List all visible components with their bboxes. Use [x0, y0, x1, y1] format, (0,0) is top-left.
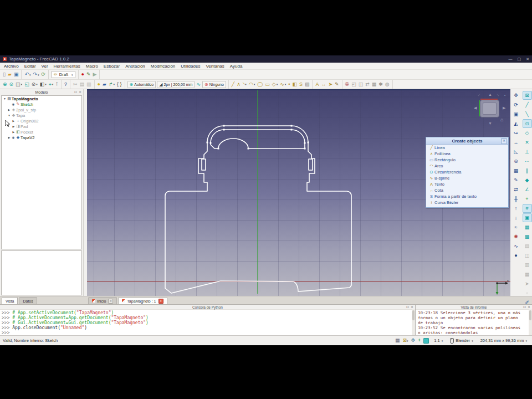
- report-scrollbar[interactable]: [529, 309, 532, 335]
- draft-arc-dropdown-icon[interactable]: ▾: [254, 83, 255, 86]
- export-button-dropdown-icon[interactable]: ▾: [114, 83, 115, 86]
- create-objects-close-icon[interactable]: ✕: [501, 138, 507, 144]
- export-button[interactable]: ↱▾: [108, 80, 116, 88]
- expression-editor[interactable]: { }: [116, 80, 123, 88]
- nav-rotate-cw-icon[interactable]: ◝: [497, 94, 499, 98]
- snap-intersection[interactable]: ✕: [523, 138, 532, 147]
- report-float-icon[interactable]: ⊡: [523, 305, 526, 309]
- redo-button-dropdown-icon[interactable]: ▾: [38, 73, 39, 76]
- draft-bspline[interactable]: ∿▾: [279, 80, 287, 88]
- view-clipping[interactable]: ⊘▾: [30, 80, 39, 88]
- macro-play-button[interactable]: ▶: [92, 71, 98, 79]
- view-draw-style-dropdown-icon[interactable]: ▾: [45, 83, 47, 86]
- view-zoom[interactable]: ⊙: [8, 80, 15, 88]
- tree-item-origin002[interactable]: ▶+Origin002: [2, 118, 81, 124]
- scale-selector[interactable]: 1:1▾: [432, 337, 445, 345]
- paste-button[interactable]: ▥: [85, 80, 93, 88]
- grid-toggle[interactable]: ▩: [523, 232, 532, 241]
- mdi-tab-inicio[interactable]: Inicio ✕: [88, 297, 117, 304]
- navigation-style-selector[interactable]: Blender▾: [448, 337, 475, 345]
- report-close-icon[interactable]: ✕: [528, 305, 530, 309]
- console-close-icon[interactable]: ✕: [411, 305, 413, 309]
- snap-grid[interactable]: #: [523, 204, 532, 213]
- nav-rotate-ccw-icon[interactable]: ◜: [478, 94, 480, 98]
- menu-utilidades[interactable]: Utilidades: [178, 64, 203, 69]
- disabled-tool-3[interactable]: ▥: [523, 260, 532, 269]
- join[interactable]: ╫: [511, 195, 521, 203]
- disabled-tool-4[interactable]: ▦: [523, 270, 532, 279]
- python-console-input[interactable]: >>> # App.setActiveDocument("TapaMagneto…: [0, 310, 415, 336]
- snap-near[interactable]: ∠: [523, 185, 532, 194]
- view-axonometric[interactable]: ◫▾: [14, 80, 23, 88]
- line-style-button[interactable]: ◢2px | 200,00 mm: [157, 81, 195, 88]
- tree-item-sketch[interactable]: ◉✎Sketch: [2, 101, 81, 107]
- snap-working-plane[interactable]: ▣: [523, 213, 532, 222]
- create-text[interactable]: ATexto: [426, 181, 508, 187]
- view-zoom-tools-dropdown-icon[interactable]: ▾: [52, 83, 54, 86]
- view-measure[interactable]: ⊺: [54, 80, 59, 88]
- snap-dimensions[interactable]: ▦: [523, 223, 532, 232]
- view-axonometric-dropdown-icon[interactable]: ▾: [21, 83, 23, 86]
- disabled-tool-2[interactable]: ◫: [523, 251, 532, 260]
- menu-modificación[interactable]: Modificación: [148, 64, 178, 69]
- nav-arrow-up-icon[interactable]: ▲: [488, 93, 492, 96]
- open-file[interactable]: ▰: [7, 71, 13, 79]
- draft-facebinder[interactable]: ◧: [291, 80, 298, 88]
- view-draw-style[interactable]: ◧▾: [39, 80, 48, 88]
- edit[interactable]: ✎: [511, 176, 521, 185]
- nav-arrow-right-icon[interactable]: ▶: [503, 106, 505, 110]
- snap-center[interactable]: ⊙: [523, 119, 532, 128]
- panel-float-icon[interactable]: ⊡: [74, 90, 77, 94]
- draft-shapestring[interactable]: S: [298, 80, 304, 88]
- create-circle[interactable]: ⊙Circunferencia: [426, 169, 508, 175]
- minimize-button[interactable]: —: [509, 57, 513, 62]
- stretch[interactable]: ↔: [511, 138, 521, 147]
- snap-endpoint[interactable]: ╱: [523, 100, 532, 109]
- rotate[interactable]: ⟳: [511, 100, 521, 109]
- draft-layers[interactable]: ✱: [377, 80, 384, 88]
- macro-record-button[interactable]: ●: [80, 71, 85, 79]
- draft-polygon-dropdown-icon[interactable]: ▾: [277, 83, 278, 86]
- mdi-tab-tapamagneto-close-icon[interactable]: ✕: [158, 299, 163, 304]
- create-arc[interactable]: ◠Arco: [426, 163, 508, 169]
- menu-ver[interactable]: Ver: [39, 64, 51, 69]
- snap-special[interactable]: ◆: [523, 176, 532, 185]
- 3d-viewport[interactable]: ▲ ▼ ◀ ▶ ◜ ◝ ⌂ • Create objects ✕: [87, 89, 510, 296]
- tree-caret-icon[interactable]: ▶: [7, 136, 11, 139]
- menu-archivo[interactable]: Archivo: [1, 64, 22, 69]
- tree-item-2pol_v_stp[interactable]: ▶◈2pol_v_stp: [2, 107, 81, 112]
- create-dimension[interactable]: ↔Cota: [426, 187, 508, 193]
- slope[interactable]: ∿: [511, 242, 521, 250]
- menu-macro[interactable]: Macro: [83, 64, 101, 69]
- tree-caret-icon[interactable]: ▶: [12, 130, 16, 134]
- tab-datos[interactable]: Datos: [19, 297, 37, 304]
- dimension-readout[interactable]: 204,31 mm x 99,36 mm▾: [478, 337, 529, 345]
- copy-button[interactable]: ▤: [79, 80, 86, 88]
- draft-bspline-dropdown-icon[interactable]: ▾: [285, 83, 287, 86]
- tree-item-tapav2[interactable]: ▶◉◆TapaV2: [2, 135, 81, 140]
- wire-to-bspline[interactable]: ≈: [511, 223, 521, 232]
- offset[interactable]: ↪: [511, 129, 521, 137]
- title-bar[interactable]: TapaMagneto - FreeCAD 1.0.2 — ▢ ✕: [0, 55, 532, 63]
- grid-toggle-icon[interactable]: ▦: [395, 338, 400, 343]
- tree-caret-icon[interactable]: ▶: [7, 108, 11, 111]
- snap-parallel[interactable]: ∥: [523, 166, 532, 175]
- nav-arrow-down-icon[interactable]: ▼: [488, 121, 492, 125]
- draft-to-sketch[interactable]: ●: [511, 251, 521, 260]
- draft-fillet[interactable]: ◝▾: [242, 80, 248, 88]
- snap-extension[interactable]: ⋯: [523, 157, 532, 166]
- undo-button-dropdown-icon[interactable]: ▾: [29, 73, 31, 76]
- menu-esbozar[interactable]: Esbozar: [101, 64, 122, 69]
- workbench-selector-dropdown-icon[interactable]: ▾: [71, 73, 73, 76]
- nav-menu-dot-icon[interactable]: •: [504, 94, 505, 97]
- panel-close-icon[interactable]: ✕: [79, 90, 81, 94]
- save-file[interactable]: ▣: [13, 71, 20, 79]
- draft-heal[interactable]: ✇: [344, 80, 351, 88]
- snap-ortho[interactable]: +: [523, 195, 532, 203]
- menu-editar[interactable]: Editar: [22, 64, 39, 69]
- tree-caret-icon[interactable]: ▼: [7, 114, 11, 117]
- annotation-style[interactable]: ✎: [334, 80, 340, 88]
- draft-polyline[interactable]: ∧: [236, 80, 242, 88]
- view-zoom-tools[interactable]: ⌖▾: [48, 80, 55, 88]
- cut-button[interactable]: ✂: [72, 80, 79, 88]
